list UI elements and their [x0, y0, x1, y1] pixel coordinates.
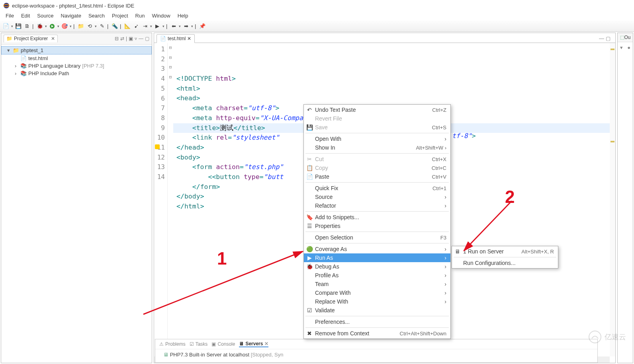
menu-item-1-run-on-server[interactable]: 🖥1 Run on ServerAlt+Shift+X, R — [452, 247, 558, 256]
bottom-tab-tasks[interactable]: ☑Tasks — [190, 341, 208, 347]
check-icon: ☑ — [306, 307, 313, 313]
menubar: FileEditSourceNavigateSearchProjectRunWi… — [0, 11, 634, 21]
eclipse-icon — [3, 2, 10, 9]
menu-item-run-as[interactable]: ▶Run As› — [304, 253, 450, 262]
file-node[interactable]: 📄 test.html — [1, 55, 152, 62]
new-button[interactable]: 📄 — [2, 23, 10, 30]
bottom-tab-problems[interactable]: ⚠Problems — [159, 341, 186, 347]
menu-navigate[interactable]: Navigate — [58, 12, 84, 20]
history-button[interactable]: ⟲ — [86, 23, 93, 30]
step-button[interactable]: ⇥ — [141, 23, 149, 30]
save-button[interactable]: 💾 — [15, 23, 22, 30]
cov-icon: 🟢 — [306, 246, 313, 252]
undo-icon: ↶ — [306, 107, 313, 113]
collapse-all-icon[interactable]: ⊟ — [115, 36, 119, 41]
editor-tab[interactable]: 📄 test.html ✕ — [157, 34, 195, 43]
menu-item-source[interactable]: Source› — [304, 193, 450, 201]
skip-bp-button[interactable]: ➹ — [133, 23, 140, 30]
close-icon[interactable]: ✕ — [51, 36, 55, 41]
debug-button[interactable]: 🐞 — [36, 23, 43, 30]
project-label: phptest_1 — [21, 47, 43, 53]
coverage-button[interactable]: 🎯 — [61, 23, 68, 30]
menu-item-validate[interactable]: ☑Validate — [304, 306, 450, 315]
server-status: [Stopped, Syn — [251, 352, 284, 358]
pin-button[interactable]: 📌 — [199, 23, 206, 30]
menu-item-paste[interactable]: 📄PasteCtrl+V — [304, 172, 450, 181]
minimize-icon[interactable]: — — [599, 35, 604, 41]
run-button[interactable] — [49, 23, 56, 30]
servers-view[interactable]: 🖥 PHP7.3 Built-in Server at localhost [S… — [155, 349, 597, 360]
menu-source[interactable]: Source — [34, 12, 57, 20]
minimize-icon[interactable]: — — [139, 36, 143, 41]
menu-file[interactable]: File — [2, 12, 17, 20]
view-menu-icon[interactable]: ▿ — [135, 36, 137, 41]
menu-item-open-selection[interactable]: Open SelectionF3 — [304, 233, 450, 242]
menu-window[interactable]: Window — [149, 12, 173, 20]
search-button[interactable]: 🔦 — [111, 23, 118, 30]
chevron-right-icon: › — [444, 290, 446, 296]
menu-item-undo-text-paste[interactable]: ↶Undo Text PasteCtrl+Z — [304, 105, 450, 114]
watermark-logo: 亿速云 — [588, 330, 626, 344]
focus-icon[interactable]: ▣ — [129, 36, 133, 41]
menu-item-coverage-as[interactable]: 🟢Coverage As› — [304, 245, 450, 253]
project-tree: ▾ 📁 phptest_1 📄 test.html › 📚 PHP Langua… — [1, 45, 152, 79]
menu-search[interactable]: Search — [85, 12, 108, 20]
save-icon: 💾 — [306, 124, 313, 130]
project-explorer-tab[interactable]: 📁 Project Explorer ✕ — [4, 35, 58, 43]
back-button[interactable]: ⬅ — [170, 23, 177, 30]
chevron-right-icon: › — [444, 281, 446, 287]
menu-item-add-to-snippets-[interactable]: 🔖Add to Snippets... — [304, 213, 450, 222]
menu-item-preferences-[interactable]: Preferences... — [304, 317, 450, 326]
bottom-tab-console[interactable]: ▣Console — [211, 341, 235, 347]
menu-help[interactable]: Help — [174, 12, 192, 20]
last-edit-button[interactable]: ✎ — [98, 23, 106, 30]
menu-item-refactor[interactable]: Refactor› — [304, 201, 450, 210]
menu-item-replace-with[interactable]: Replace With› — [304, 297, 450, 306]
filter-icon[interactable]: ● — [627, 45, 630, 51]
debug-icon: 🐞 — [306, 263, 313, 270]
library-node[interactable]: › 📚 PHP Language Library [PHP 7.3] — [1, 62, 152, 70]
save-all-button[interactable]: 🗎 — [23, 23, 31, 30]
menu-item-team[interactable]: Team› — [304, 280, 450, 288]
maximize-icon[interactable]: ▢ — [606, 35, 611, 41]
fwd-button[interactable]: ➡ — [182, 23, 190, 30]
link-editor-icon[interactable]: ⇄ — [120, 36, 124, 41]
chevron-right-icon: › — [444, 202, 446, 209]
menu-item-properties[interactable]: ☰Properties — [304, 222, 450, 230]
menu-item-run-configurations-[interactable]: Run Configurations... — [452, 259, 558, 267]
server-name: PHP7.3 Built-in Server at localhost — [170, 352, 249, 358]
bottom-tab-servers[interactable]: 🖥Servers ✕ — [239, 341, 268, 347]
file-label: test.html — [28, 55, 48, 61]
window-title: eclipse-workspace - phptest_1/test.html … — [12, 3, 134, 9]
run-icon: ▶ — [306, 255, 313, 261]
menu-item-copy: 📋CopyCtrl+C — [304, 164, 450, 172]
menu-item-open-with[interactable]: Open With› — [304, 134, 450, 143]
collapse-icon[interactable]: ▾ — [620, 45, 623, 51]
toggle-ws-button[interactable]: 📐 — [124, 23, 131, 30]
chevron-right-icon: › — [444, 246, 446, 252]
menu-item-profile-as[interactable]: Profile As› — [304, 271, 450, 280]
paste-icon: 📄 — [306, 173, 313, 180]
menu-edit[interactable]: Edit — [18, 12, 33, 20]
menu-item-show-in[interactable]: Show InAlt+Shift+W › — [304, 143, 450, 152]
menu-item-debug-as[interactable]: 🐞Debug As› — [304, 262, 450, 271]
menu-item-compare-with[interactable]: Compare With› — [304, 288, 450, 297]
menu-project[interactable]: Project — [109, 12, 131, 20]
editor-tab-label: test.html — [168, 36, 186, 41]
include-label: PHP Include Path — [28, 70, 69, 76]
annotation-1: 1 — [217, 249, 227, 269]
cut-icon: ✂ — [306, 156, 313, 162]
menu-item-cut: ✂CutCtrl+X — [304, 155, 450, 164]
include-path-node[interactable]: › 📚 PHP Include Path — [1, 70, 152, 77]
resume-button[interactable]: ▶ — [154, 23, 161, 30]
close-icon[interactable]: ✕ — [187, 36, 191, 41]
fold-column: ⊟⊟⊟⊟ — [168, 43, 173, 363]
menu-run[interactable]: Run — [132, 12, 148, 20]
chevron-right-icon: › — [444, 272, 446, 278]
open-type-button[interactable]: 📁 — [77, 23, 84, 30]
maximize-icon[interactable]: ▢ — [145, 36, 149, 41]
chevron-right-icon: › — [444, 194, 446, 200]
menu-item-quick-fix[interactable]: Quick FixCtrl+1 — [304, 184, 450, 193]
menu-item-remove-from-context[interactable]: ✖Remove from ContextCtrl+Alt+Shift+Down — [304, 329, 450, 338]
project-node[interactable]: ▾ 📁 phptest_1 — [1, 46, 152, 55]
